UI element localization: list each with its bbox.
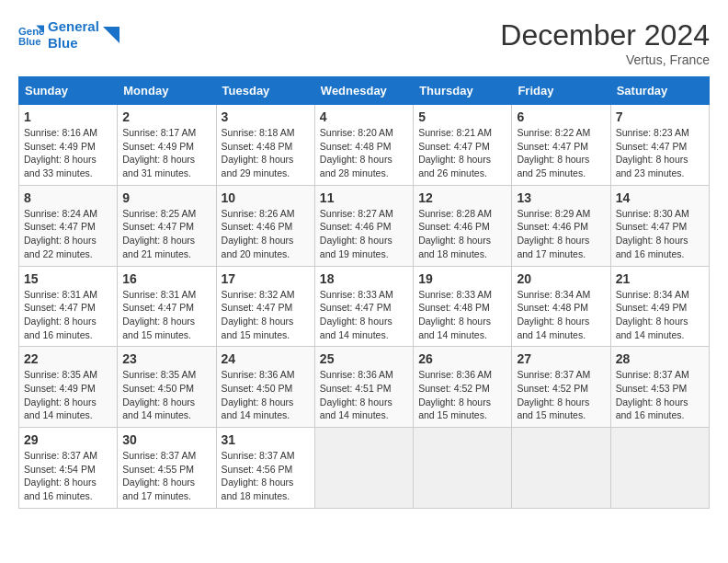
calendar-cell: 29 Sunrise: 8:37 AMSunset: 4:54 PMDaylig… (19, 428, 118, 509)
cell-details: Sunrise: 8:16 AMSunset: 4:49 PMDaylight:… (24, 127, 97, 178)
day-number: 5 (418, 109, 506, 124)
calendar-cell: 12 Sunrise: 8:28 AMSunset: 4:46 PMDaylig… (414, 185, 512, 266)
day-number: 17 (222, 271, 310, 286)
calendar-cell (414, 428, 512, 509)
cell-details: Sunrise: 8:22 AMSunset: 4:47 PMDaylight:… (517, 127, 590, 178)
day-number: 29 (24, 432, 112, 447)
weekday-header-row: SundayMondayTuesdayWednesdayThursdayFrid… (19, 77, 710, 105)
calendar-cell: 6 Sunrise: 8:22 AMSunset: 4:47 PMDayligh… (512, 105, 610, 186)
calendar-cell (314, 428, 413, 509)
logo-line2: Blue (48, 35, 99, 52)
cell-details: Sunrise: 8:34 AMSunset: 4:49 PMDaylight:… (616, 289, 689, 340)
cell-details: Sunrise: 8:24 AMSunset: 4:47 PMDaylight:… (24, 208, 97, 259)
calendar-table: SundayMondayTuesdayWednesdayThursdayFrid… (18, 76, 710, 509)
cell-details: Sunrise: 8:20 AMSunset: 4:48 PMDaylight:… (320, 127, 393, 178)
calendar-cell: 1 Sunrise: 8:16 AMSunset: 4:49 PMDayligh… (19, 105, 118, 186)
calendar-week-row: 1 Sunrise: 8:16 AMSunset: 4:49 PMDayligh… (19, 105, 710, 186)
calendar-cell: 8 Sunrise: 8:24 AMSunset: 4:47 PMDayligh… (19, 185, 118, 266)
weekday-header-sunday: Sunday (19, 77, 118, 105)
calendar-cell: 27 Sunrise: 8:37 AMSunset: 4:52 PMDaylig… (512, 347, 610, 428)
day-number: 9 (122, 190, 210, 205)
cell-details: Sunrise: 8:36 AMSunset: 4:51 PMDaylight:… (320, 369, 393, 420)
calendar-cell: 7 Sunrise: 8:23 AMSunset: 4:47 PMDayligh… (610, 105, 709, 186)
calendar-cell: 14 Sunrise: 8:30 AMSunset: 4:47 PMDaylig… (610, 185, 709, 266)
calendar-cell: 22 Sunrise: 8:35 AMSunset: 4:49 PMDaylig… (19, 347, 118, 428)
calendar-cell (610, 428, 709, 509)
cell-details: Sunrise: 8:26 AMSunset: 4:46 PMDaylight:… (222, 208, 295, 259)
calendar-cell: 21 Sunrise: 8:34 AMSunset: 4:49 PMDaylig… (610, 266, 709, 347)
day-number: 18 (320, 271, 408, 286)
cell-details: Sunrise: 8:31 AMSunset: 4:47 PMDaylight:… (122, 289, 196, 340)
calendar-cell: 19 Sunrise: 8:33 AMSunset: 4:48 PMDaylig… (414, 266, 512, 347)
day-number: 31 (222, 432, 310, 447)
svg-marker-3 (103, 27, 119, 43)
day-number: 3 (222, 109, 310, 124)
calendar-week-row: 8 Sunrise: 8:24 AMSunset: 4:47 PMDayligh… (19, 185, 710, 266)
cell-details: Sunrise: 8:18 AMSunset: 4:48 PMDaylight:… (222, 127, 295, 178)
day-number: 26 (418, 351, 506, 366)
cell-details: Sunrise: 8:21 AMSunset: 4:47 PMDaylight:… (418, 127, 492, 178)
cell-details: Sunrise: 8:32 AMSunset: 4:47 PMDaylight:… (222, 289, 295, 340)
day-number: 27 (517, 351, 605, 366)
weekday-header-saturday: Saturday (610, 77, 709, 105)
cell-details: Sunrise: 8:33 AMSunset: 4:47 PMDaylight:… (320, 289, 393, 340)
day-number: 28 (616, 351, 704, 366)
calendar-cell: 23 Sunrise: 8:35 AMSunset: 4:50 PMDaylig… (118, 347, 216, 428)
cell-details: Sunrise: 8:35 AMSunset: 4:49 PMDaylight:… (24, 369, 97, 420)
header: General Blue General Blue December 2024 … (18, 18, 710, 67)
calendar-cell: 2 Sunrise: 8:17 AMSunset: 4:49 PMDayligh… (118, 105, 216, 186)
day-number: 24 (222, 351, 310, 366)
calendar-cell: 16 Sunrise: 8:31 AMSunset: 4:47 PMDaylig… (118, 266, 216, 347)
day-number: 13 (517, 190, 605, 205)
calendar-cell: 24 Sunrise: 8:36 AMSunset: 4:50 PMDaylig… (216, 347, 314, 428)
logo-arrow-icon (103, 27, 119, 43)
day-number: 19 (418, 271, 506, 286)
day-number: 21 (616, 271, 704, 286)
calendar-cell: 20 Sunrise: 8:34 AMSunset: 4:48 PMDaylig… (512, 266, 610, 347)
logo: General Blue General Blue (18, 18, 119, 52)
logo-icon: General Blue (18, 22, 44, 48)
cell-details: Sunrise: 8:37 AMSunset: 4:52 PMDaylight:… (517, 369, 590, 420)
day-number: 23 (122, 351, 210, 366)
cell-details: Sunrise: 8:35 AMSunset: 4:50 PMDaylight:… (122, 369, 196, 420)
svg-text:Blue: Blue (18, 36, 41, 47)
calendar-title: December 2024 (500, 18, 710, 52)
cell-details: Sunrise: 8:36 AMSunset: 4:52 PMDaylight:… (418, 369, 492, 420)
day-number: 2 (122, 109, 210, 124)
calendar-cell: 11 Sunrise: 8:27 AMSunset: 4:46 PMDaylig… (314, 185, 413, 266)
cell-details: Sunrise: 8:31 AMSunset: 4:47 PMDaylight:… (24, 289, 97, 340)
day-number: 16 (122, 271, 210, 286)
calendar-cell: 4 Sunrise: 8:20 AMSunset: 4:48 PMDayligh… (314, 105, 413, 186)
calendar-cell (512, 428, 610, 509)
calendar-cell: 28 Sunrise: 8:37 AMSunset: 4:53 PMDaylig… (610, 347, 709, 428)
day-number: 22 (24, 351, 112, 366)
cell-details: Sunrise: 8:37 AMSunset: 4:54 PMDaylight:… (24, 450, 97, 501)
calendar-cell: 10 Sunrise: 8:26 AMSunset: 4:46 PMDaylig… (216, 185, 314, 266)
day-number: 12 (418, 190, 506, 205)
day-number: 11 (320, 190, 408, 205)
weekday-header-monday: Monday (118, 77, 216, 105)
day-number: 4 (320, 109, 408, 124)
weekday-header-friday: Friday (512, 77, 610, 105)
weekday-header-thursday: Thursday (414, 77, 512, 105)
cell-details: Sunrise: 8:27 AMSunset: 4:46 PMDaylight:… (320, 208, 393, 259)
cell-details: Sunrise: 8:30 AMSunset: 4:47 PMDaylight:… (616, 208, 689, 259)
calendar-week-row: 29 Sunrise: 8:37 AMSunset: 4:54 PMDaylig… (19, 428, 710, 509)
calendar-cell: 30 Sunrise: 8:37 AMSunset: 4:55 PMDaylig… (118, 428, 216, 509)
day-number: 30 (122, 432, 210, 447)
cell-details: Sunrise: 8:37 AMSunset: 4:56 PMDaylight:… (222, 450, 295, 501)
cell-details: Sunrise: 8:23 AMSunset: 4:47 PMDaylight:… (616, 127, 689, 178)
calendar-week-row: 15 Sunrise: 8:31 AMSunset: 4:47 PMDaylig… (19, 266, 710, 347)
cell-details: Sunrise: 8:29 AMSunset: 4:46 PMDaylight:… (517, 208, 590, 259)
calendar-subtitle: Vertus, France (500, 52, 710, 67)
day-number: 7 (616, 109, 704, 124)
logo-line1: General (48, 18, 99, 35)
cell-details: Sunrise: 8:37 AMSunset: 4:55 PMDaylight:… (122, 450, 196, 501)
day-number: 20 (517, 271, 605, 286)
day-number: 25 (320, 351, 408, 366)
day-number: 1 (24, 109, 112, 124)
calendar-cell: 5 Sunrise: 8:21 AMSunset: 4:47 PMDayligh… (414, 105, 512, 186)
cell-details: Sunrise: 8:33 AMSunset: 4:48 PMDaylight:… (418, 289, 492, 340)
day-number: 15 (24, 271, 112, 286)
day-number: 10 (222, 190, 310, 205)
